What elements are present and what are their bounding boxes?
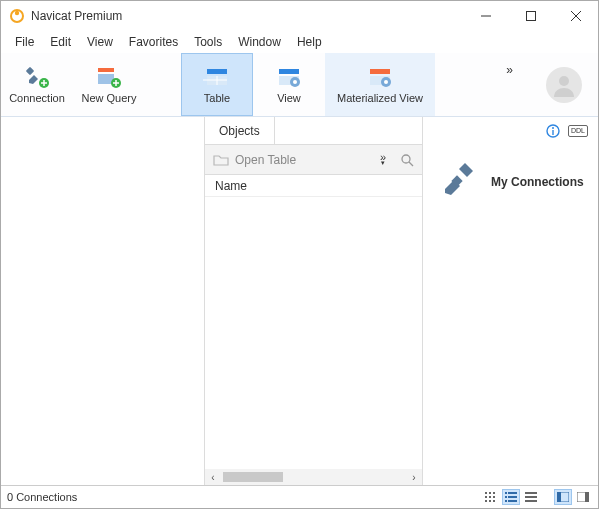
- menu-edit[interactable]: Edit: [42, 33, 79, 51]
- svg-rect-38: [485, 496, 487, 498]
- svg-rect-36: [489, 492, 491, 494]
- svg-point-1: [15, 11, 19, 15]
- table-icon: [203, 66, 231, 88]
- connection-label: Connection: [9, 92, 65, 104]
- svg-point-23: [293, 80, 297, 84]
- svg-rect-56: [585, 492, 589, 502]
- svg-rect-50: [525, 492, 537, 494]
- close-button[interactable]: [553, 1, 598, 31]
- toggle-left-pane-button[interactable]: [554, 489, 572, 505]
- svg-rect-16: [207, 69, 227, 74]
- svg-rect-54: [557, 492, 561, 502]
- scroll-thumb[interactable]: [223, 472, 283, 482]
- titlebar: Navicat Premium: [1, 1, 598, 31]
- materialized-view-button[interactable]: Materialized View: [325, 53, 435, 116]
- minimize-button[interactable]: [463, 1, 508, 31]
- query-icon: [95, 66, 123, 88]
- subtoolbar-more-button[interactable]: »▾: [380, 154, 386, 166]
- window-title: Navicat Premium: [31, 9, 463, 23]
- view-list-button[interactable]: [502, 489, 520, 505]
- new-query-button[interactable]: New Query: [73, 53, 145, 116]
- column-header[interactable]: Name: [205, 175, 422, 197]
- app-icon: [9, 8, 25, 24]
- objects-list[interactable]: [205, 197, 422, 469]
- svg-rect-43: [493, 500, 495, 502]
- svg-point-32: [552, 127, 554, 129]
- main-body: Objects Open Table »▾ Name ‹ ›: [1, 117, 598, 486]
- table-label: Table: [204, 92, 230, 104]
- svg-rect-51: [525, 496, 537, 498]
- info-icon[interactable]: [546, 124, 560, 138]
- connection-tree-pane[interactable]: [1, 117, 205, 485]
- open-table-label[interactable]: Open Table: [235, 153, 296, 167]
- search-icon[interactable]: [400, 153, 414, 167]
- view-label: View: [277, 92, 301, 104]
- svg-rect-33: [552, 130, 553, 135]
- menu-tools[interactable]: Tools: [186, 33, 230, 51]
- svg-rect-47: [508, 496, 517, 498]
- svg-rect-35: [485, 492, 487, 494]
- table-button[interactable]: Table: [181, 53, 253, 116]
- window-controls: [463, 1, 598, 31]
- menubar: File Edit View Favorites Tools Window He…: [1, 31, 598, 53]
- view-small-icons-button[interactable]: [482, 489, 500, 505]
- toolbar: Connection New Query Table View Mat: [1, 53, 598, 117]
- tab-objects-label: Objects: [219, 124, 260, 138]
- scroll-left-icon[interactable]: ‹: [205, 472, 221, 483]
- materialized-view-icon: [366, 66, 394, 88]
- menu-help[interactable]: Help: [289, 33, 330, 51]
- svg-rect-37: [493, 492, 495, 494]
- objects-pane: Objects Open Table »▾ Name ‹ ›: [205, 117, 423, 485]
- status-text: 0 Connections: [7, 491, 482, 503]
- svg-line-30: [409, 162, 413, 166]
- svg-rect-48: [505, 500, 507, 502]
- svg-point-27: [384, 80, 388, 84]
- plug-icon: [23, 66, 51, 88]
- svg-rect-11: [98, 68, 114, 72]
- svg-rect-41: [485, 500, 487, 502]
- scroll-right-icon[interactable]: ›: [406, 472, 422, 483]
- svg-point-28: [559, 76, 569, 86]
- view-icon: [275, 66, 303, 88]
- materialized-view-label: Materialized View: [337, 92, 423, 104]
- svg-rect-6: [26, 66, 34, 74]
- objects-tabbar: Objects: [205, 117, 422, 145]
- connections-icon: [435, 159, 481, 205]
- view-button[interactable]: View: [253, 53, 325, 116]
- menu-favorites[interactable]: Favorites: [121, 33, 186, 51]
- svg-rect-20: [279, 69, 299, 74]
- ddl-icon[interactable]: DDL: [568, 125, 588, 137]
- menu-file[interactable]: File: [7, 33, 42, 51]
- svg-rect-24: [370, 69, 390, 74]
- svg-rect-40: [493, 496, 495, 498]
- svg-rect-49: [508, 500, 517, 502]
- connection-button[interactable]: Connection: [1, 53, 73, 116]
- user-avatar[interactable]: [546, 67, 582, 103]
- svg-point-29: [402, 155, 410, 163]
- svg-rect-45: [508, 492, 517, 494]
- column-name-label: Name: [215, 179, 247, 193]
- menu-view[interactable]: View: [79, 33, 121, 51]
- maximize-button[interactable]: [508, 1, 553, 31]
- horizontal-scrollbar[interactable]: ‹ ›: [205, 469, 422, 485]
- toolbar-more-button[interactable]: »: [506, 63, 513, 77]
- svg-rect-46: [505, 496, 507, 498]
- svg-rect-42: [489, 500, 491, 502]
- svg-rect-39: [489, 496, 491, 498]
- svg-rect-52: [525, 500, 537, 502]
- info-pane: DDL My Connections: [423, 117, 598, 485]
- statusbar: 0 Connections: [1, 486, 598, 508]
- svg-rect-3: [526, 12, 535, 21]
- folder-icon: [213, 152, 229, 168]
- menu-window[interactable]: Window: [230, 33, 289, 51]
- info-title: My Connections: [491, 175, 584, 189]
- svg-rect-44: [505, 492, 507, 494]
- objects-subtoolbar: Open Table »▾: [205, 145, 422, 175]
- toggle-right-pane-button[interactable]: [574, 489, 592, 505]
- new-query-label: New Query: [81, 92, 136, 104]
- view-details-button[interactable]: [522, 489, 540, 505]
- tab-objects[interactable]: Objects: [205, 117, 275, 144]
